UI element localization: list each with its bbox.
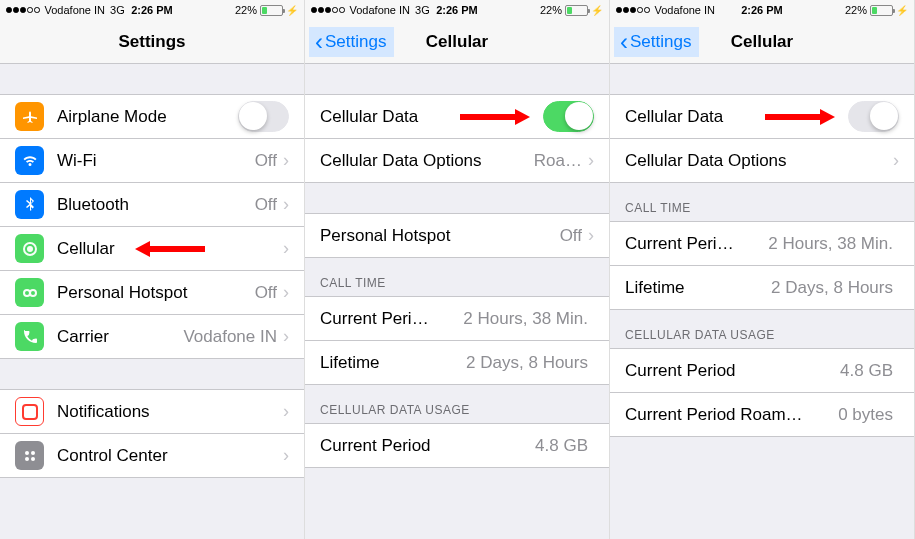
row-value: 2 Days, 8 Hours — [466, 353, 588, 373]
cellular-data-toggle[interactable] — [543, 101, 594, 132]
signal-strength-icon — [6, 7, 40, 13]
control-center-icon — [15, 441, 44, 470]
current-period-call-row: Current Peri… 2 Hours, 38 Min. — [610, 222, 914, 266]
row-value: Off — [255, 195, 277, 215]
battery-icon — [565, 5, 588, 16]
chevron-right-icon: › — [283, 150, 289, 171]
nav-bar: ‹ Settings Cellular — [610, 20, 914, 64]
airplane-toggle[interactable] — [238, 101, 289, 132]
row-value: Roa… — [534, 151, 582, 171]
personal-hotspot-row[interactable]: Personal Hotspot Off › — [305, 214, 609, 258]
current-period-data-row: Current Period 4.8 GB — [610, 349, 914, 393]
signal-strength-icon — [311, 7, 345, 13]
current-period-call-row: Current Peri… 2 Hours, 38 Min. — [305, 297, 609, 341]
battery-percent: 22% — [540, 4, 562, 16]
battery-percent: 22% — [235, 4, 257, 16]
carrier-label: Vodafone IN — [350, 4, 411, 16]
chevron-right-icon: › — [893, 150, 899, 171]
row-value: Vodafone IN — [183, 327, 277, 347]
row-value: 4.8 GB — [535, 436, 588, 456]
notifications-row[interactable]: Notifications › — [0, 390, 304, 434]
chevron-right-icon: › — [283, 194, 289, 215]
back-button[interactable]: ‹ Settings — [309, 27, 394, 57]
row-label: Control Center — [57, 446, 283, 466]
cellular-data-row[interactable]: Cellular Data — [305, 95, 609, 139]
chevron-right-icon: › — [283, 445, 289, 466]
row-label: Wi-Fi — [57, 151, 255, 171]
carrier-row[interactable]: Carrier Vodafone IN › — [0, 315, 304, 359]
row-label: Cellular Data — [625, 107, 848, 127]
chevron-left-icon: ‹ — [620, 30, 628, 54]
row-label: Personal Hotspot — [57, 283, 255, 303]
back-label: Settings — [325, 32, 386, 52]
row-label: Current Peri… — [625, 234, 768, 254]
carrier-label: Vodafone IN — [45, 4, 106, 16]
current-period-data-row: Current Period 4.8 GB — [305, 424, 609, 468]
wifi-icon — [15, 146, 44, 175]
row-value: Off — [255, 283, 277, 303]
row-value: Off — [560, 226, 582, 246]
cellular-panel-on: Vodafone IN 3G 2:26 PM 22% ⚡ ‹ Settings … — [305, 0, 610, 539]
row-label: Notifications — [57, 402, 283, 422]
svg-point-1 — [25, 451, 29, 455]
row-value: 0 bytes — [838, 405, 893, 425]
row-label: Current Period — [625, 361, 840, 381]
charging-icon: ⚡ — [591, 5, 603, 16]
battery-icon — [870, 5, 893, 16]
page-title: Settings — [118, 32, 185, 52]
lifetime-call-row: Lifetime 2 Days, 8 Hours — [305, 341, 609, 385]
row-value: 2 Hours, 38 Min. — [463, 309, 588, 329]
svg-point-4 — [31, 457, 35, 461]
chevron-right-icon: › — [588, 150, 594, 171]
svg-point-2 — [31, 451, 35, 455]
battery-percent: 22% — [845, 4, 867, 16]
page-title: Cellular — [731, 32, 793, 52]
current-period-roaming-row: Current Period Roam… 0 bytes — [610, 393, 914, 437]
row-label: Current Period — [320, 436, 535, 456]
bluetooth-row[interactable]: Bluetooth Off › — [0, 183, 304, 227]
chevron-right-icon: › — [283, 282, 289, 303]
nav-bar: Settings — [0, 20, 304, 64]
bluetooth-icon — [15, 190, 44, 219]
chevron-right-icon: › — [283, 238, 289, 259]
control-center-row[interactable]: Control Center › — [0, 434, 304, 478]
airplane-icon — [15, 102, 44, 131]
row-label: Lifetime — [625, 278, 771, 298]
nav-bar: ‹ Settings Cellular — [305, 20, 609, 64]
clock: 2:26 PM — [131, 4, 173, 16]
row-value: Off — [255, 151, 277, 171]
status-bar: Vodafone IN 3G 2:26 PM 22% ⚡ — [305, 0, 609, 20]
back-label: Settings — [630, 32, 691, 52]
hotspot-row[interactable]: Personal Hotspot Off › — [0, 271, 304, 315]
chevron-right-icon: › — [283, 401, 289, 422]
airplane-mode-row[interactable]: Airplane Mode — [0, 95, 304, 139]
carrier-label: Vodafone IN — [655, 4, 716, 16]
cellular-data-options-row[interactable]: Cellular Data Options › — [610, 139, 914, 183]
cellular-data-toggle[interactable] — [848, 101, 899, 132]
status-bar: Vodafone IN 2:26 PM 22% ⚡ — [610, 0, 914, 20]
row-value: 4.8 GB — [840, 361, 893, 381]
cellular-data-row[interactable]: Cellular Data — [610, 95, 914, 139]
row-label: Personal Hotspot — [320, 226, 560, 246]
status-bar: Vodafone IN 3G 2:26 PM 22% ⚡ — [0, 0, 304, 20]
charging-icon: ⚡ — [286, 5, 298, 16]
cellular-icon — [15, 234, 44, 263]
signal-strength-icon — [616, 7, 650, 13]
battery-icon — [260, 5, 283, 16]
data-usage-header: CELLULAR DATA USAGE — [610, 310, 914, 348]
cellular-row[interactable]: Cellular › — [0, 227, 304, 271]
phone-icon — [15, 322, 44, 351]
row-label: Cellular — [57, 239, 283, 259]
clock: 2:26 PM — [741, 4, 783, 16]
lifetime-call-row: Lifetime 2 Days, 8 Hours — [610, 266, 914, 310]
cellular-panel-off: Vodafone IN 2:26 PM 22% ⚡ ‹ Settings Cel… — [610, 0, 915, 539]
network-label: 3G — [110, 4, 125, 16]
wifi-row[interactable]: Wi-Fi Off › — [0, 139, 304, 183]
clock: 2:26 PM — [436, 4, 478, 16]
chevron-right-icon: › — [588, 225, 594, 246]
row-label: Current Period Roam… — [625, 405, 838, 425]
cellular-data-options-row[interactable]: Cellular Data Options Roa… › — [305, 139, 609, 183]
row-label: Airplane Mode — [57, 107, 238, 127]
page-title: Cellular — [426, 32, 488, 52]
back-button[interactable]: ‹ Settings — [614, 27, 699, 57]
